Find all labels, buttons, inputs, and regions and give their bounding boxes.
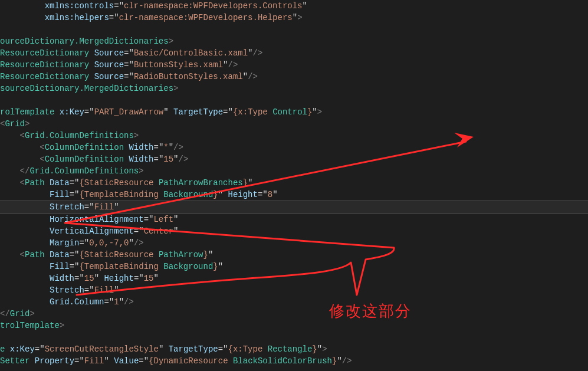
token-quote: " bbox=[312, 107, 317, 117]
token-op: = bbox=[35, 344, 40, 354]
token-op bbox=[45, 250, 50, 260]
token-string: } bbox=[213, 190, 218, 199]
code-line[interactable]: Margin="0,0,-7,0"/> bbox=[0, 237, 588, 249]
token-quote: " bbox=[272, 190, 277, 199]
token-punc: > bbox=[134, 131, 139, 140]
token-string: } bbox=[213, 262, 218, 271]
token-attr: Width bbox=[50, 274, 74, 283]
code-line[interactable]: ourceDictionary.MergedDictionaries> bbox=[0, 35, 588, 47]
annotation-label: 修改这部分 bbox=[329, 301, 412, 321]
token-punc: > bbox=[173, 84, 178, 93]
token-quote: " bbox=[303, 1, 307, 11]
code-line[interactable] bbox=[0, 24, 588, 35]
token-quote: " bbox=[119, 297, 124, 307]
token-quote: " bbox=[223, 60, 228, 70]
token-punc: /> bbox=[248, 72, 258, 81]
token-quote: " bbox=[218, 190, 223, 199]
code-line[interactable]: <ColumnDefinition Width="*"/> bbox=[0, 142, 588, 153]
token-op: = bbox=[218, 344, 223, 354]
token-quote: " bbox=[243, 72, 248, 81]
token-punc: > bbox=[317, 107, 322, 117]
token-op: = bbox=[153, 143, 158, 152]
token-op: = bbox=[139, 356, 143, 366]
code-line[interactable]: <Grid.ColumnDefinitions> bbox=[0, 130, 588, 142]
token-quote: " bbox=[223, 344, 228, 354]
code-line[interactable]: Fill="{TemplateBinding Background}" Heig… bbox=[0, 189, 588, 201]
token-string: {x:Type bbox=[228, 344, 268, 354]
code-line[interactable]: HorizontalAlignment="Left" bbox=[0, 214, 588, 225]
code-line[interactable]: ResourceDictionary Source="RadioButtonSt… bbox=[0, 71, 588, 83]
token-quote: " bbox=[79, 274, 84, 283]
token-quote: " bbox=[228, 107, 233, 117]
token-quote: " bbox=[79, 356, 84, 366]
code-line[interactable]: sourceDictionary.MergedDictionaries> bbox=[0, 83, 588, 94]
code-line[interactable]: VerticalAlignment="Center" bbox=[0, 225, 588, 237]
code-line[interactable]: <Grid> bbox=[0, 118, 588, 130]
token-quote: " bbox=[248, 48, 252, 58]
code-line[interactable]: trolTemplate> bbox=[0, 320, 588, 331]
token-string: 15 bbox=[144, 274, 154, 283]
code-line[interactable]: Fill="{TemplateBinding Background}" bbox=[0, 261, 588, 272]
token-string: clr-namespace:WPFDevelopers.Controls bbox=[124, 1, 302, 11]
token-attr: Margin bbox=[50, 238, 79, 248]
token-op: = bbox=[84, 202, 89, 212]
code-line[interactable] bbox=[0, 331, 588, 343]
token-string: Fill bbox=[94, 202, 114, 212]
code-line[interactable]: Stretch="Fill" bbox=[0, 201, 588, 214]
token-quote: " bbox=[262, 190, 267, 199]
code-line[interactable]: </Grid.ColumnDefinitions> bbox=[0, 165, 588, 177]
token-string: {x:Type bbox=[233, 107, 272, 117]
token-quote: " bbox=[89, 107, 94, 117]
code-line[interactable]: Grid.Column="1"/> bbox=[0, 296, 588, 308]
token-string: Left bbox=[153, 215, 173, 224]
token-op: = bbox=[84, 107, 89, 117]
token-op bbox=[89, 48, 94, 58]
token-attr: Width bbox=[129, 155, 153, 164]
code-line[interactable]: <Path Data="{StaticResource PathArrowBra… bbox=[0, 177, 588, 189]
code-line[interactable]: xmlns:controls="clr-namespace:WPFDevelop… bbox=[0, 0, 588, 12]
token-string: clr-namespace:WPFDevelopers.Helpers bbox=[119, 13, 293, 22]
code-line[interactable]: xmlns:helpers="clr-namespace:WPFDevelope… bbox=[0, 12, 588, 24]
token-tag: Path bbox=[25, 178, 45, 188]
code-line[interactable]: rolTemplate x:Key="PART_DrawArrow" Targe… bbox=[0, 106, 588, 118]
code-line[interactable]: Width="15" Height="15" bbox=[0, 272, 588, 284]
code-editor[interactable]: xmlns:controls="clr-namespace:WPFDevelop… bbox=[0, 0, 588, 367]
token-tag: ourceDictionary.MergedDictionaries bbox=[0, 37, 169, 46]
token-op: = bbox=[223, 107, 228, 117]
token-quote: " bbox=[129, 238, 133, 248]
token-tag: Setter bbox=[0, 356, 29, 366]
token-string: PART_DrawArrow bbox=[94, 107, 164, 117]
token-quote: " bbox=[89, 285, 94, 295]
token-string: } bbox=[312, 344, 317, 354]
token-quote: " bbox=[104, 356, 109, 366]
token-op: = bbox=[109, 13, 114, 22]
token-quote: " bbox=[129, 60, 133, 70]
token-tag: ResourceDictionary bbox=[0, 72, 89, 81]
token-attr: Value bbox=[114, 356, 139, 366]
code-line[interactable]: ResourceDictionary Source="ButtonsStyles… bbox=[0, 59, 588, 71]
token-attr: Source bbox=[94, 72, 124, 81]
token-quote: " bbox=[173, 155, 178, 164]
code-line[interactable]: Stretch="Fill" bbox=[0, 284, 588, 296]
token-attr: Data bbox=[50, 250, 70, 260]
code-line[interactable] bbox=[0, 94, 588, 106]
token-quote: " bbox=[139, 274, 143, 283]
code-line[interactable]: <ColumnDefinition Width="15"/> bbox=[0, 153, 588, 165]
token-quote: " bbox=[154, 274, 159, 283]
token-attr: Source bbox=[94, 48, 124, 58]
token-op: = bbox=[134, 226, 139, 236]
token-string: {DynamicResource bbox=[149, 356, 233, 366]
code-line[interactable]: </Grid> bbox=[0, 308, 588, 320]
token-attr: VerticalAlignment bbox=[50, 226, 134, 236]
token-tag: Grid bbox=[10, 309, 30, 319]
code-line[interactable]: <Path Data="{StaticResource PathArrow}" bbox=[0, 249, 588, 261]
code-line[interactable]: ResourceDictionary Source="Basic/Control… bbox=[0, 47, 588, 59]
code-line[interactable]: Setter Property="Fill" Value="{DynamicRe… bbox=[0, 355, 588, 367]
token-quote: " bbox=[248, 178, 252, 188]
token-punc: > bbox=[322, 344, 327, 354]
token-attr: Stretch bbox=[50, 202, 84, 212]
token-tag: ResourceDictionary bbox=[0, 48, 89, 58]
code-line[interactable]: e x:Key="ScreenCutRectangleStyle" Target… bbox=[0, 343, 588, 355]
token-punc: /> bbox=[179, 155, 189, 164]
token-quote: " bbox=[129, 48, 133, 58]
